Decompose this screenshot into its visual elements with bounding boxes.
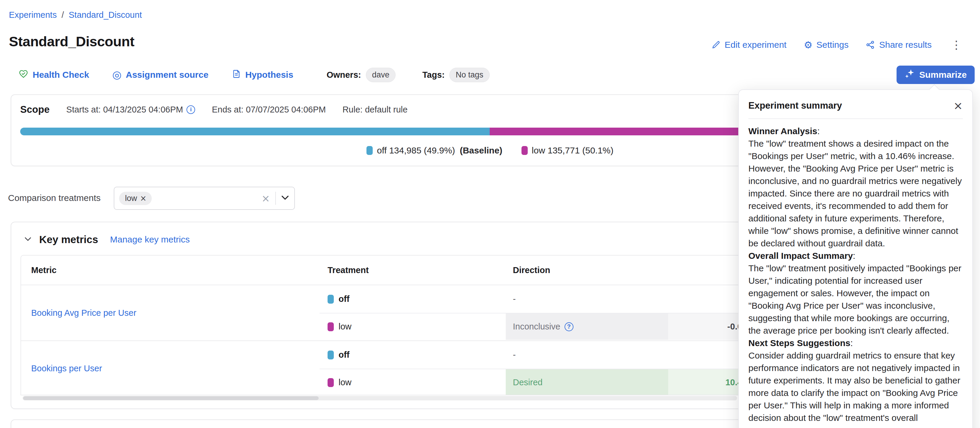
baseline-tag: (Baseline) <box>460 146 502 155</box>
chevron-down-icon[interactable] <box>281 195 289 201</box>
treatment-column-header: Treatment <box>320 265 506 275</box>
document-icon <box>232 69 241 81</box>
scrollbar-thumb[interactable] <box>23 396 319 400</box>
pencil-icon <box>711 40 721 49</box>
heart-check-icon <box>18 69 29 81</box>
comparison-treatments-select[interactable]: low × × <box>114 187 295 210</box>
share-results-label: Share results <box>879 40 932 50</box>
summary-section-next-steps: Next Steps Suggestions Consider adding g… <box>748 337 963 424</box>
owners-label: Owners: <box>327 70 361 80</box>
treatment-chip-low[interactable]: low × <box>119 192 152 205</box>
question-icon[interactable]: ? <box>565 322 573 331</box>
scope-title: Scope <box>20 104 49 115</box>
scope-starts-at: Starts at: 04/13/2025 04:06PM i <box>66 105 195 114</box>
tags-pill: No tags <box>449 68 489 82</box>
direction-cell-inconclusive: Inconclusive ? <box>506 314 668 340</box>
direction-cell: - <box>506 285 668 313</box>
gear-icon: ⚙ <box>803 40 813 50</box>
panel-divider <box>748 119 963 119</box>
page-title: Standard_Discount <box>9 33 134 49</box>
owner-pill: dave <box>366 68 396 82</box>
hypothesis-link[interactable]: Hypothesis <box>232 69 293 81</box>
clear-selection-icon[interactable]: × <box>262 193 270 203</box>
section-chevron-down-icon[interactable] <box>24 237 32 243</box>
meta-row: Health Check ◎ Assignment source Hypothe… <box>18 66 490 84</box>
summarize-label: Summarize <box>919 70 967 80</box>
chip-remove-icon[interactable]: × <box>140 194 147 202</box>
more-options-kebab-icon[interactable]: ⋮ <box>949 39 964 51</box>
settings-button[interactable]: ⚙ Settings <box>803 40 848 50</box>
panel-caret <box>929 84 940 95</box>
metric-link-booking-avg-price[interactable]: Booking Avg Price per User <box>31 308 136 318</box>
owners-group: Owners: dave <box>327 68 396 82</box>
edit-experiment-label: Edit experiment <box>725 40 786 50</box>
experiment-page: Experiments / Standard_Discount Standard… <box>0 0 980 428</box>
breadcrumb-separator: / <box>62 10 64 20</box>
off-swatch <box>366 146 373 155</box>
select-divider <box>275 192 276 205</box>
hypothesis-label: Hypothesis <box>245 70 293 80</box>
off-swatch <box>328 350 334 360</box>
summary-panel-body: Winner Analysis The "low" treatment show… <box>748 125 963 424</box>
scope-ends-at: Ends at: 07/07/2025 04:06PM <box>212 105 326 114</box>
share-results-button[interactable]: Share results <box>865 40 932 50</box>
assignment-source-label: Assignment source <box>126 70 208 80</box>
summary-section-winner: Winner Analysis The "low" treatment show… <box>748 125 963 250</box>
metric-column-header: Metric <box>21 265 320 275</box>
tags-label: Tags: <box>422 70 445 80</box>
low-swatch <box>328 322 334 331</box>
info-icon[interactable]: i <box>186 105 195 114</box>
low-swatch <box>522 146 528 155</box>
direction-column-header: Direction <box>506 265 668 275</box>
manage-key-metrics-link[interactable]: Manage key metrics <box>110 235 189 244</box>
target-icon: ◎ <box>112 70 121 80</box>
metric-link-bookings-per-user[interactable]: Bookings per User <box>31 364 102 373</box>
direction-cell-desired: Desired <box>506 369 668 395</box>
sparkles-icon <box>904 68 915 81</box>
comparison-treatments-label: Comparison treatments <box>8 193 101 203</box>
header-actions: Edit experiment ⚙ Settings Share results… <box>711 39 964 51</box>
low-swatch <box>328 378 334 387</box>
legend-item-low: low 135,771 (50.1%) <box>522 146 614 155</box>
tags-group: Tags: No tags <box>422 68 489 82</box>
health-check-link[interactable]: Health Check <box>18 69 89 81</box>
breadcrumb-experiments-link[interactable]: Experiments <box>9 10 57 20</box>
breadcrumb-current-link[interactable]: Standard_Discount <box>68 10 142 20</box>
edit-experiment-button[interactable]: Edit experiment <box>711 40 786 50</box>
horizontal-scrollbar <box>22 396 737 400</box>
legend-item-off: off 134,985 (49.9%) (Baseline) <box>366 146 502 155</box>
health-check-label: Health Check <box>33 70 89 80</box>
summary-panel-title: Experiment summary <box>748 100 842 111</box>
key-metrics-title: Key metrics <box>39 234 98 246</box>
share-icon <box>865 40 875 49</box>
breadcrumb: Experiments / Standard_Discount <box>9 10 142 20</box>
settings-label: Settings <box>816 40 848 50</box>
assignment-source-link[interactable]: ◎ Assignment source <box>112 70 208 80</box>
scope-rule: Rule: default rule <box>342 105 407 114</box>
key-metrics-header: Key metrics Manage key metrics <box>24 234 190 246</box>
experiment-summary-panel: Experiment summary × Winner Analysis The… <box>738 89 973 428</box>
summary-section-impact: Overall Impact Summary The "low" treatme… <box>748 250 963 337</box>
scope-header: Scope Starts at: 04/13/2025 04:06PM i En… <box>20 104 407 115</box>
allocation-segment-off <box>20 128 490 135</box>
direction-cell: - <box>506 341 668 369</box>
close-icon[interactable]: × <box>953 100 963 111</box>
off-swatch <box>328 295 334 304</box>
summarize-button[interactable]: Summarize <box>897 66 975 84</box>
